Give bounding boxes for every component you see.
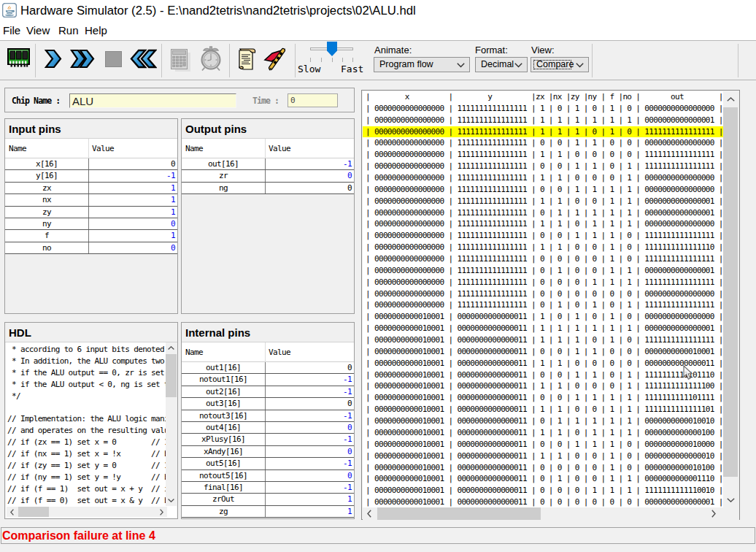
pin-value[interactable]: -1	[266, 482, 354, 493]
chip-name-field[interactable]: ALU	[69, 93, 236, 108]
view-hdl-button[interactable]	[236, 47, 256, 74]
slider-tick	[352, 58, 353, 62]
pin-name: out1[16]	[182, 362, 265, 373]
menu-item-run[interactable]: Run	[58, 20, 79, 40]
pin-row-zx[interactable]: zx1	[5, 183, 177, 194]
pin-row-zrOut[interactable]: zrOut1	[182, 494, 354, 505]
pin-row-xAndy16[interactable]: xAndy[16]0	[182, 446, 354, 458]
pin-value[interactable]: 1	[89, 207, 177, 218]
compare-row: | 0000000000010001 | 0000000000000011 | …	[363, 427, 723, 439]
pin-row-nx[interactable]: nx1	[5, 194, 177, 206]
load-chip-button[interactable]	[7, 47, 31, 72]
pin-row-y16[interactable]: y[16]-1	[5, 170, 177, 182]
format-combobox[interactable]: Decimal	[475, 57, 528, 72]
scroll-down-button[interactable]	[723, 492, 738, 507]
scroll-right-button[interactable]	[156, 507, 167, 517]
chevron-right-icon	[160, 509, 163, 515]
pin-row-out316[interactable]: out3[16]0	[182, 398, 354, 410]
single-step-button[interactable]	[44, 49, 62, 72]
scroll-left-button[interactable]	[363, 507, 376, 520]
toolbar-separator	[295, 44, 296, 77]
scroll-right-button[interactable]	[707, 507, 720, 520]
pin-value[interactable]: -1	[266, 410, 354, 421]
pin-name: out[16]	[182, 158, 265, 169]
pin-name: ny	[5, 218, 88, 229]
scrollbar-thumb[interactable]	[723, 107, 738, 477]
pin-value[interactable]: -1	[266, 374, 354, 385]
pin-row-out116[interactable]: out1[16]0	[182, 362, 354, 374]
pin-row-ny[interactable]: ny0	[5, 218, 177, 230]
pin-table-header: NameValue	[182, 342, 354, 362]
pin-row-notout116[interactable]: notout1[16]-1	[182, 374, 354, 386]
pin-value[interactable]: 0	[266, 398, 354, 409]
speed-slider-thumb[interactable]	[327, 42, 337, 59]
output-pins-title: Output pins	[182, 119, 354, 139]
hdl-line: // Implementation: the ALU logic manipul…	[7, 413, 167, 425]
pin-row-no[interactable]: no0	[5, 242, 177, 254]
pin-row-xPlusy16[interactable]: xPlusy[16]-1	[182, 434, 354, 445]
pin-value[interactable]: 1	[89, 194, 177, 205]
pin-value[interactable]: 1	[266, 494, 354, 505]
pin-value[interactable]: 0	[266, 170, 354, 181]
compare-vertical-scrollbar[interactable]	[723, 91, 739, 507]
breakpoints-button[interactable]	[262, 47, 287, 74]
menu-item-file[interactable]: File	[3, 20, 20, 40]
pin-value[interactable]: -1	[89, 170, 177, 181]
pin-value[interactable]: -1	[266, 458, 354, 469]
pin-value[interactable]: 1	[89, 183, 177, 193]
pin-value[interactable]: 0	[266, 362, 354, 373]
pin-value[interactable]: 0	[89, 242, 177, 253]
compare-horizontal-scrollbar[interactable]	[363, 507, 722, 520]
fast-forward-icon	[70, 49, 95, 69]
pin-row-notout316[interactable]: notout3[16]-1	[182, 410, 354, 422]
scrollbar-thumb[interactable]	[377, 507, 541, 520]
pin-value[interactable]: -1	[266, 158, 354, 169]
scroll-left-button[interactable]	[7, 507, 18, 517]
pin-row-x16[interactable]: x[16]0	[5, 158, 177, 170]
pin-row-out416[interactable]: out4[16]0	[182, 422, 354, 434]
value-column-header: Value	[269, 139, 290, 158]
compare-table[interactable]: | x | y |zx |nx |zy |ny | f |no | out |z…	[363, 91, 723, 507]
pin-name: notout1[16]	[182, 374, 265, 385]
scrollbar-thumb[interactable]	[166, 354, 177, 397]
compare-row: | 0000000000010001 | 0000000000000011 | …	[363, 346, 723, 358]
pin-row-out516[interactable]: out5[16]-1	[182, 458, 354, 469]
pin-row-zg[interactable]: zg1	[182, 506, 354, 518]
pin-row-zy[interactable]: zy1	[5, 207, 177, 218]
hdl-vertical-scrollbar[interactable]	[166, 342, 177, 506]
pin-value[interactable]: -1	[266, 434, 354, 445]
pin-value[interactable]: 0	[89, 158, 177, 169]
menu-item-help[interactable]: Help	[85, 20, 107, 40]
pin-row-out216[interactable]: out2[16]-1	[182, 386, 354, 398]
pin-row-notout516[interactable]: notout5[16]0	[182, 470, 354, 482]
pin-value[interactable]: 0	[266, 470, 354, 481]
run-button[interactable]	[70, 49, 95, 72]
pin-value[interactable]: 1	[266, 506, 354, 517]
pin-row-f[interactable]: f1	[5, 230, 177, 242]
pin-value[interactable]: -1	[266, 386, 354, 397]
rewind-button[interactable]	[130, 48, 157, 73]
pin-name: notout5[16]	[182, 470, 265, 481]
pin-value[interactable]: 0	[266, 422, 354, 433]
pin-value[interactable]: 0	[266, 183, 354, 193]
scrollbar-thumb[interactable]	[18, 507, 49, 517]
pin-row-final16[interactable]: final[16]-1	[182, 482, 354, 494]
hdl-line: */	[7, 391, 167, 402]
animate-combobox[interactable]: Program flow	[374, 57, 470, 72]
hdl-line: * if the ALU output < 0, ng is set to 1;…	[7, 379, 167, 391]
menu-item-view[interactable]: View	[26, 20, 50, 40]
stop-button[interactable]	[105, 51, 122, 70]
pin-value[interactable]: 0	[266, 446, 354, 457]
pin-value[interactable]: 1	[89, 230, 177, 241]
pin-value[interactable]: 0	[89, 218, 177, 229]
menubar: File View Run Help	[0, 20, 756, 40]
pin-row-ng[interactable]: ng0	[182, 183, 354, 194]
hdl-horizontal-scrollbar[interactable]	[7, 507, 167, 517]
scroll-down-button[interactable]	[166, 495, 177, 506]
pin-row-out16[interactable]: out[16]-1	[182, 158, 354, 170]
scroll-up-button[interactable]	[723, 91, 738, 107]
pin-row-zr[interactable]: zr0	[182, 170, 354, 182]
scroll-up-button[interactable]	[166, 342, 177, 353]
view-combobox[interactable]: Compare	[531, 57, 589, 72]
hdl-editor[interactable]: * according to 6 input bits denoted zx,n…	[6, 342, 177, 518]
